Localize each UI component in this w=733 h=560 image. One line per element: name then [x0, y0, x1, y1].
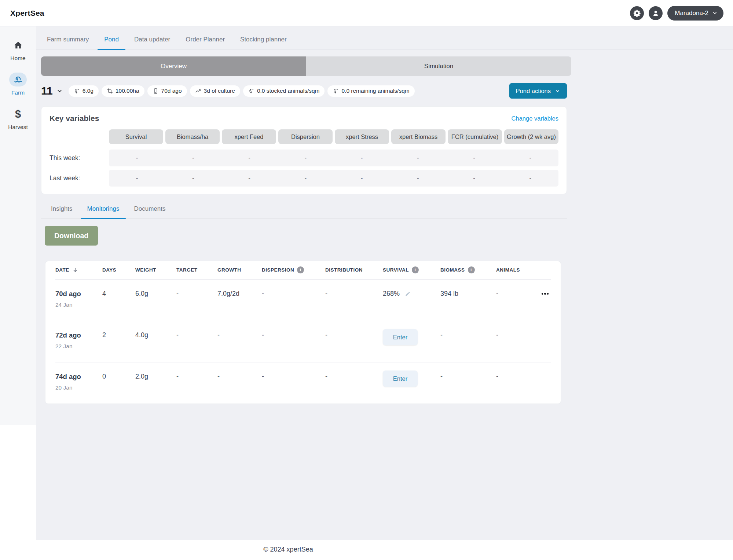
cell-target: - [176, 290, 217, 298]
kv-column-xpert-biomass: xpert Biomass [391, 129, 446, 144]
column-header-growth: GROWTH [217, 267, 262, 273]
pond-number: 11 [41, 85, 53, 97]
cell-animals: - [496, 373, 533, 380]
pond-header-row: 11 6.0g 100.00ha [41, 83, 567, 99]
sidebar-item-home[interactable]: Home [0, 38, 36, 62]
cell-animals: - [496, 331, 533, 339]
kv-column-biomass-ha: Biomass/ha [165, 129, 220, 144]
main-panel: Farm summary Pond Data updater Order Pla… [36, 26, 733, 540]
enter-survival-button[interactable]: Enter [383, 329, 418, 345]
sidebar: Home Farm Harvest [0, 26, 36, 425]
column-header-distribution: DISTRIBUTION [325, 267, 383, 273]
column-header-date[interactable]: DATE [55, 267, 102, 273]
tab-pond[interactable]: Pond [104, 36, 119, 49]
chip-days-of-culture: 3d of culture [190, 85, 240, 97]
chip-area: 100.00ha [102, 85, 144, 97]
info-icon[interactable] [468, 266, 475, 273]
cell-distribution: - [325, 373, 383, 380]
cell-weight: 6.0g [135, 290, 176, 298]
home-icon [13, 38, 23, 52]
cell-distribution: - [325, 331, 383, 339]
trend-icon [195, 88, 201, 94]
key-variables-columns: Survival Biomass/ha xpert Feed Dispersio… [50, 129, 558, 144]
user-icon [652, 9, 660, 17]
chip-stocked-density: 0.0 stocked animals/sqm [243, 85, 325, 97]
device-icon [153, 88, 159, 94]
chip-weight: 6.0g [69, 85, 99, 97]
edit-pencil-icon[interactable] [405, 291, 411, 297]
enter-survival-button[interactable]: Enter [383, 371, 418, 387]
shrimp-icon [74, 88, 80, 94]
pond-selector[interactable]: 11 [41, 85, 63, 97]
key-variables-card: Key variables Change variables Survival … [41, 106, 567, 194]
sidebar-item-farm[interactable]: Farm [0, 73, 36, 96]
settings-button[interactable] [630, 6, 644, 20]
pond-actions-button[interactable]: Pond actions [509, 83, 567, 99]
cell-date: 70d ago 24 Jan [55, 290, 102, 308]
table-row: 70d ago 24 Jan 4 6.0g - 7.0g/2d - - 268% [55, 280, 551, 321]
change-variables-link[interactable]: Change variables [512, 115, 558, 122]
kv-column-xpert-stress: xpert Stress [335, 129, 389, 144]
cell-growth: 7.0g/2d [217, 290, 262, 298]
sidebar-item-harvest[interactable]: Harvest [0, 107, 36, 130]
tab-data-updater[interactable]: Data updater [134, 36, 170, 49]
cell-weight: 4.0g [135, 331, 176, 339]
tab-farm-summary[interactable]: Farm summary [47, 36, 89, 49]
chip-last-monitoring: 70d ago [147, 85, 187, 97]
kv-column-growth: Growth (2 wk avg) [504, 129, 558, 144]
cell-date: 74d ago 20 Jan [55, 373, 102, 391]
sidebar-item-label: Harvest [8, 124, 28, 130]
column-header-biomass: BIOMASS [440, 266, 496, 273]
toggle-overview[interactable]: Overview [41, 56, 306, 76]
cell-dispersion: - [262, 373, 325, 380]
cell-survival: 268% [383, 290, 440, 298]
tab-monitorings[interactable]: Monitorings [87, 205, 120, 218]
sidebar-item-label: Farm [11, 89, 25, 96]
table-header-row: DATE DAYS WEIGHT TARGET GROWTH DISPERSIO… [55, 261, 551, 280]
info-icon[interactable] [412, 266, 419, 273]
cell-dispersion: - [262, 331, 325, 339]
profile-button[interactable] [649, 6, 663, 20]
download-button[interactable]: Download [45, 226, 98, 246]
cell-target: - [176, 373, 217, 380]
table-row: 72d ago 22 Jan 2 4.0g - - - - Enter - - [55, 321, 551, 362]
sidebar-item-label: Home [10, 55, 25, 62]
crop-area-icon [107, 88, 113, 94]
table-row: 74d ago 20 Jan 0 2.0g - - - - Enter - - [55, 362, 551, 404]
brand-logo: XpertSea [10, 9, 44, 18]
shrimp-icon [333, 88, 339, 94]
tab-order-planner[interactable]: Order Planner [186, 36, 225, 49]
view-toggle: Overview Simulation [41, 56, 571, 76]
monitorings-table: DATE DAYS WEIGHT TARGET GROWTH DISPERSIO… [45, 261, 561, 404]
cell-distribution: - [325, 290, 383, 298]
chip-remaining-density: 0.0 remaining animals/sqm [327, 85, 414, 97]
org-selector-label: Maradona-2 [675, 10, 708, 17]
kv-column-fcr: FCR (cumulative) [448, 129, 502, 144]
tab-documents[interactable]: Documents [134, 205, 165, 218]
cell-growth: - [217, 331, 262, 339]
column-header-target: TARGET [176, 267, 217, 273]
org-selector[interactable]: Maradona-2 [667, 6, 723, 21]
cell-target: - [176, 331, 217, 339]
cell-animals: - [496, 290, 533, 298]
cell-growth: - [217, 373, 262, 380]
copyright-text: © 2024 xpertSea [36, 540, 540, 553]
cell-biomass: - [440, 373, 496, 380]
topbar-actions: Maradona-2 [630, 6, 723, 21]
toggle-simulation[interactable]: Simulation [306, 56, 571, 76]
cell-biomass: - [440, 331, 496, 339]
tab-insights[interactable]: Insights [51, 205, 73, 218]
info-icon[interactable] [297, 266, 304, 273]
row-menu-button[interactable] [533, 290, 551, 298]
kv-values-bar: - - - - - - - - [109, 170, 558, 187]
shrimp-icon [248, 88, 254, 94]
tab-stocking-planner[interactable]: Stocking planner [240, 36, 287, 49]
kv-column-dispersion: Dispersion [278, 129, 333, 144]
kv-column-survival: Survival [109, 129, 163, 144]
cell-days: 0 [102, 373, 135, 380]
gear-icon [633, 9, 641, 17]
top-bar: XpertSea Maradona-2 [0, 0, 733, 26]
chevron-down-icon [712, 10, 718, 16]
kv-values-bar: - - - - - - - - [109, 150, 558, 166]
cell-biomass: 394 lb [440, 290, 496, 298]
